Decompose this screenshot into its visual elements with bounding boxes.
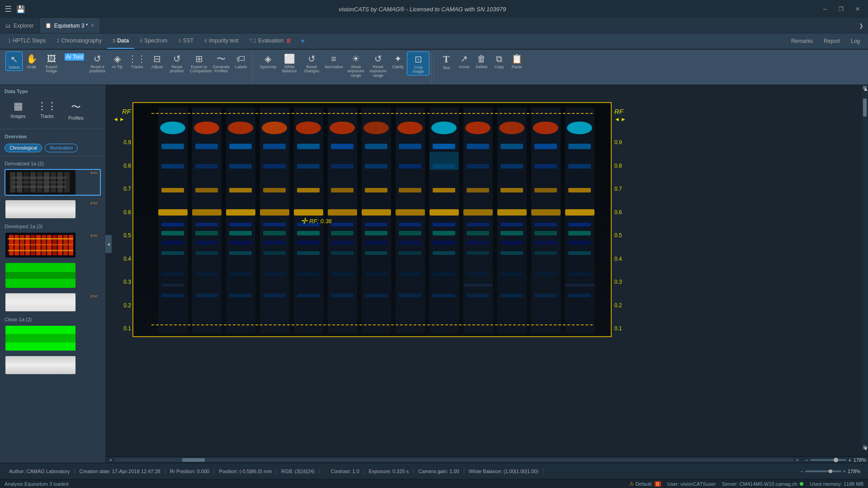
remarks-tab[interactable]: Remarks	[786, 33, 818, 49]
nav-tab-chromatography[interactable]: 2 Chromatography	[51, 33, 107, 49]
sidebar-images-button[interactable]: ▦ Images	[5, 98, 32, 123]
tab-close-button[interactable]: ✕	[90, 23, 94, 28]
report-tab[interactable]: Report	[818, 33, 845, 49]
tab-explorer[interactable]: 🗂 Explorer	[0, 18, 40, 33]
zoom-in-button[interactable]: +	[848, 456, 852, 463]
sidebar-divider-1	[0, 129, 105, 129]
illumination-filter[interactable]: Illumination	[45, 144, 78, 152]
labels-button[interactable]: 🏷 Labels	[232, 52, 250, 70]
thumbnail-developed-2[interactable]	[5, 262, 101, 289]
nav-tab-hptlc[interactable]: 1 HPTLC Steps	[3, 33, 51, 49]
save-icon[interactable]: 💾	[16, 5, 25, 14]
clarify-button[interactable]: ✦ Clarify	[389, 52, 406, 70]
nav-tab-data[interactable]: 3 Data	[107, 33, 134, 49]
vscroll-arrow-down[interactable]: ▼	[863, 446, 867, 449]
white-balance-button[interactable]: ⬜ White Balance	[278, 52, 300, 75]
reset-exposure-button[interactable]: ↺ Reset exposure range	[367, 52, 389, 80]
nav-tab-sst[interactable]: 5 SST	[173, 33, 199, 49]
copy-button[interactable]: ⧉ Copy	[491, 52, 508, 70]
menu-icon[interactable]: ☰	[5, 4, 12, 14]
tab-collapse-button[interactable]: ❯	[854, 18, 868, 33]
minimize-button[interactable]: ─	[819, 5, 830, 13]
zoom-minus-status[interactable]: −	[800, 469, 803, 474]
hscroll-thumb[interactable]	[182, 458, 205, 462]
explorer-icon: 🗂	[5, 23, 11, 29]
hscroll-arrow-left[interactable]: ◄	[108, 457, 113, 462]
tracks-button[interactable]: ⋮⋮ Tracks	[126, 52, 148, 70]
chromatography-image[interactable]: ✛ RF: 0.36 RF ◄► 0.9 0.8	[132, 102, 612, 337]
tab-equisetum3[interactable]: 📋 Equisetum 3 * ✕	[40, 18, 101, 33]
export-comparison-button[interactable]: ⊞ Export to Comparison	[188, 52, 210, 75]
derivatized-group-label: Derivatized 1a (2)	[0, 158, 105, 167]
svg-rect-62	[161, 144, 184, 149]
zoom-slider[interactable]	[810, 459, 846, 461]
spotamp-button[interactable]: ◈ SpotAmp	[258, 52, 278, 70]
thumbnail-developed-1[interactable]: ESC	[5, 232, 101, 258]
hscroll-track[interactable]	[114, 458, 794, 462]
sidebar-divider-2	[0, 156, 105, 156]
sidebar-profiles-button[interactable]: 〜 Profiles	[62, 98, 90, 123]
thumbnail-clean-1[interactable]	[5, 325, 101, 352]
paste-button[interactable]: 📋 Paste	[508, 52, 525, 70]
thumb-img-dev2	[5, 263, 75, 288]
vscrollbar[interactable]: ▲ ▼	[862, 85, 868, 450]
generate-profiles-button[interactable]: 〜 Generate Profiles	[210, 52, 232, 75]
svg-rect-153	[161, 294, 184, 297]
thumb-img-d1	[5, 170, 75, 195]
zoom-slider-status[interactable]	[805, 470, 841, 472]
zoom-plus-status[interactable]: +	[843, 469, 846, 474]
delete-button[interactable]: 🗑 Delete	[473, 52, 490, 70]
zoom-thumb-status[interactable]	[829, 469, 832, 473]
reset-positions-button[interactable]: ↺ Reset it positions	[86, 52, 108, 75]
nav-tab-spectrum[interactable]: 4 Spectrum	[134, 33, 173, 49]
nav-tab-impurity[interactable]: 6 Impurity test	[199, 33, 244, 49]
thumb-img-dev1	[5, 233, 75, 258]
ar-tip-button[interactable]: ◈ Ar Tip	[108, 52, 126, 70]
zoom-slider-thumb[interactable]	[834, 458, 838, 462]
show-exposure-button[interactable]: ☀ Show exposure range	[345, 52, 367, 80]
grab-button[interactable]: ✋ Grab	[23, 52, 40, 70]
reset-position-button[interactable]: ↺ Reset position	[166, 52, 188, 75]
rf-val-left-02: 0.2	[113, 302, 131, 309]
arrow-button[interactable]: ↗ Arrow	[455, 52, 472, 70]
thumbnail-derivatized-2[interactable]: ESC	[5, 199, 101, 219]
svg-rect-169	[263, 223, 286, 226]
image-viewport[interactable]: ▲ ▼	[106, 85, 868, 456]
server-status: Server: CM414M0-W10.camag.ch	[722, 481, 797, 487]
adjust-button[interactable]: ⊟ Adjust	[148, 52, 165, 70]
log-tab[interactable]: Log	[845, 33, 865, 49]
hscroll-arrow-right[interactable]: ►	[796, 457, 800, 462]
thumbnail-derivatized-1[interactable]: ESC	[5, 169, 101, 196]
chronological-filter[interactable]: Chronological	[5, 144, 42, 152]
svg-rect-31	[5, 279, 75, 288]
svg-rect-174	[433, 223, 455, 226]
vscroll-thumb[interactable]	[863, 99, 867, 117]
sidebar-collapse-button[interactable]: ◄	[105, 235, 106, 253]
add-tab-button[interactable]: +	[297, 33, 308, 49]
maximize-button[interactable]: ❐	[835, 5, 847, 13]
thumbnail-developed-3[interactable]: ESC	[5, 292, 101, 312]
thumbnail-clean-2[interactable]	[5, 355, 101, 375]
text-button[interactable]: T Text	[438, 52, 455, 71]
svg-rect-36	[158, 108, 188, 333]
rf-val-left-06: 0.6	[113, 209, 131, 216]
normalize-button[interactable]: ≡ Normalize	[323, 52, 344, 70]
close-button[interactable]: ✕	[852, 5, 863, 13]
select-button[interactable]: ↖ Select	[5, 52, 23, 71]
sidebar-tracks-button[interactable]: ⋮⋮ Tracks	[33, 98, 61, 123]
crop-image-button[interactable]: ⊡ Crop image	[407, 52, 429, 76]
svg-rect-39	[260, 108, 289, 333]
svg-rect-157	[297, 294, 320, 297]
rf-val-left-04: 0.4	[113, 256, 131, 262]
hscrollbar[interactable]: ◄ ► − + 178%	[106, 456, 868, 463]
nav-tab-evaluation[interactable]: 7.1 Evaluation 🗑	[244, 33, 297, 49]
rf-val-right-05: 0.5	[614, 232, 632, 239]
export-image-button[interactable]: 🖼 Export image	[41, 52, 62, 75]
ar-tool-button[interactable]: Ar Tool	[63, 52, 86, 62]
svg-point-55	[363, 122, 389, 134]
zoom-out-button[interactable]: −	[804, 456, 808, 463]
evaluation-delete-button[interactable]: 🗑	[286, 38, 292, 44]
vscroll-arrow-up[interactable]: ▲	[863, 86, 867, 89]
svg-rect-133	[365, 251, 387, 255]
reset-changes-button[interactable]: ↺ Reset changes	[301, 52, 322, 75]
